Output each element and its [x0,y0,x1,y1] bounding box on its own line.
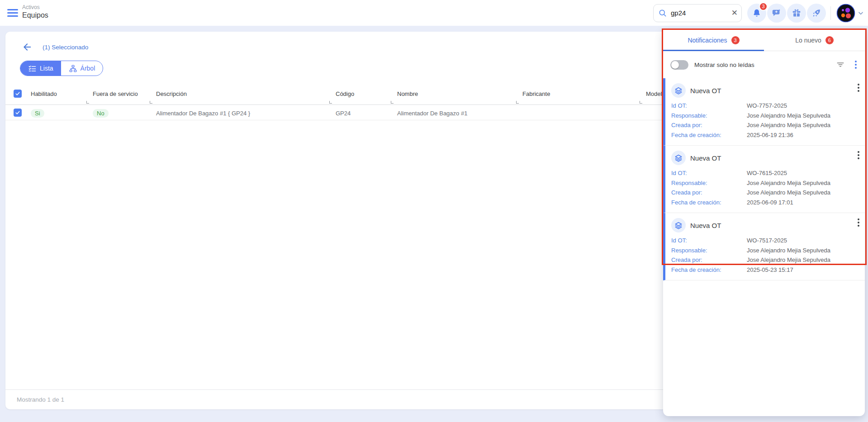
status-badge-fuera: No [93,109,109,118]
search-input[interactable] [671,9,731,17]
search-box: ✕ [653,4,742,22]
cell-fabricante [522,112,646,113]
header-fabricante[interactable]: Fabricante [522,90,646,97]
notification-menu-icon[interactable] [857,150,860,160]
gift-icon [792,8,802,18]
cell-nombre: Alimentador De Bagazo #1 [397,109,522,117]
header-habilitado[interactable]: Habilitado [31,90,93,97]
whats-new-button[interactable] [787,4,806,23]
tab-lo-nuevo-label: Lo nuevo [795,37,821,44]
tree-icon [69,64,77,73]
field-label: Fecha de creación: [671,265,747,275]
notification-title: Nueva OT [690,154,721,162]
notification-header: Nueva OT [671,83,859,98]
notification-card[interactable]: Nueva OT Id OT:WO-7517-2025 Responsable:… [663,213,865,280]
layers-icon [671,83,686,98]
cell-habilitado: Si [31,108,93,118]
clear-search-icon[interactable]: ✕ [731,9,738,17]
page-title: Equipos [22,11,48,20]
feedback-button[interactable] [767,4,786,23]
header-nombre[interactable]: Nombre [397,90,522,97]
layers-icon [671,218,686,232]
view-toggle: Lista Árbol [20,61,103,76]
avatar [836,4,855,23]
notification-card[interactable]: Nueva OT Id OT:WO-7615-2025 Responsable:… [663,146,865,213]
header-descripcion[interactable]: Descripción [156,90,336,97]
menu-icon[interactable] [7,8,18,18]
tab-lo-nuevo-badge: 6 [825,36,834,44]
tab-notificaciones[interactable]: Notificaciones 3 [663,30,764,51]
selection-row: (1) Seleccionado [22,42,88,52]
field-label: Responsable: [671,246,747,256]
topbar-actions: ✕ 3 [653,0,864,26]
select-all-checkbox[interactable] [14,90,22,98]
panel-tabs: Notificaciones 3 Lo nuevo 6 [663,30,865,51]
breadcrumb-section: Activos [22,4,48,11]
header-checkbox-cell [14,90,31,98]
rocket-icon [811,8,821,18]
tab-lo-nuevo[interactable]: Lo nuevo 6 [764,30,865,51]
field-label: Id OT: [671,236,747,246]
field-label: Responsable: [671,178,747,188]
breadcrumb: Activos Equipos [22,4,48,20]
field-value: WO-7757-2025 [747,101,787,111]
row-checkbox-cell [14,109,31,117]
row-checkbox[interactable] [14,109,22,117]
field-label: Creada por: [671,188,747,198]
updates-button[interactable] [807,4,826,23]
field-label: Id OT: [671,101,747,111]
layers-icon [671,151,686,165]
notification-header: Nueva OT [671,218,859,233]
list-view-label: Lista [40,65,53,72]
check-icon [15,110,20,115]
cell-fuera-de-servicio: No [93,108,156,118]
selected-count-link[interactable]: (1) Seleccionado [43,44,88,51]
unread-filter-row: Mostrar solo no leídas [663,51,865,78]
field-label: Creada por: [671,255,747,265]
field-value: Jose Alejandro Mejia Sepulveda [747,255,830,265]
unread-only-toggle[interactable] [670,60,688,70]
chat-sparkle-icon [772,8,782,18]
field-value: WO-7517-2025 [747,236,787,246]
field-value: 2025-06-19 21:36 [747,130,793,140]
notification-card[interactable]: Nueva OT Id OT:WO-7757-2025 Responsable:… [663,78,865,146]
field-label: Id OT: [671,168,747,178]
field-value: 2025-05-23 15:17 [747,265,793,275]
notification-menu-icon[interactable] [857,218,860,228]
status-badge-habilitado: Si [31,109,44,118]
account-menu[interactable] [836,4,864,23]
list-view-button[interactable]: Lista [20,61,61,76]
field-value: Jose Alejandro Mejia Sepulveda [747,178,830,188]
field-value: Jose Alejandro Mejia Sepulveda [747,188,830,198]
header-fuera-de-servicio[interactable]: Fuera de servicio [93,90,156,97]
field-label: Fecha de creación: [671,130,747,140]
field-label: Fecha de creación: [671,198,747,208]
notification-fields: Id OT:WO-7517-2025 Responsable:Jose Alej… [671,236,859,275]
tree-view-button[interactable]: Árbol [61,61,103,76]
row-count-label: Mostrando 1 de 1 [17,396,64,403]
notifications-button[interactable]: 3 [747,4,766,23]
back-arrow-icon[interactable] [22,42,33,52]
cell-descripcion: Alimentador De Bagazo #1 { GP24 } [156,109,336,117]
search-icon [658,9,667,18]
panel-menu-icon[interactable] [854,60,858,70]
notification-menu-icon[interactable] [857,83,860,93]
notifications-badge: 3 [759,2,768,11]
notification-fields: Id OT:WO-7615-2025 Responsable:Jose Alej… [671,168,859,207]
header-codigo[interactable]: Código [336,90,397,97]
filter-icon[interactable] [836,60,845,69]
unread-only-label: Mostrar solo no leídas [694,62,754,68]
notification-title: Nueva OT [690,222,721,229]
field-value: Jose Alejandro Mejia Sepulveda [747,111,830,121]
checklist-icon [28,64,37,73]
field-label: Creada por: [671,120,747,130]
notification-fields: Id OT:WO-7757-2025 Responsable:Jose Alej… [671,101,859,140]
panel-actions [836,60,858,70]
field-value: Jose Alejandro Mejia Sepulveda [747,120,830,130]
cell-codigo: GP24 [336,109,397,117]
tree-view-label: Árbol [81,65,95,72]
field-value: 2025-06-09 17:01 [747,198,793,208]
field-value: Jose Alejandro Mejia Sepulveda [747,246,830,256]
notifications-panel: Notificaciones 3 Lo nuevo 6 Mostrar solo… [663,30,865,416]
topbar: Activos Equipos ✕ 3 [0,0,868,26]
